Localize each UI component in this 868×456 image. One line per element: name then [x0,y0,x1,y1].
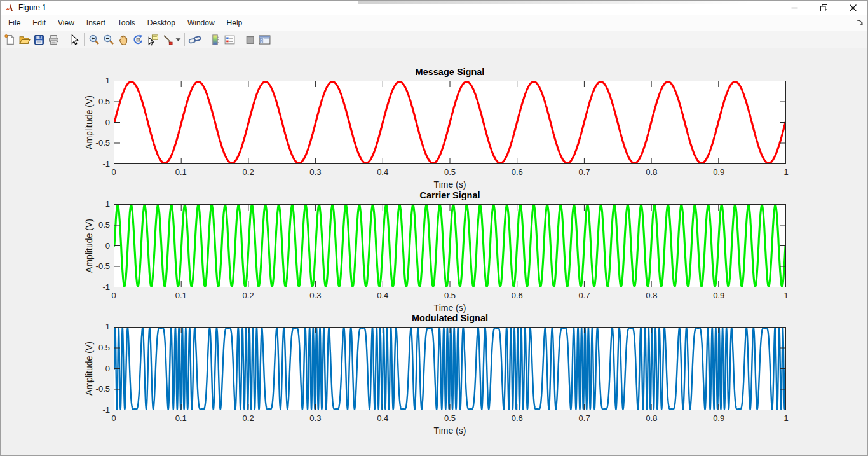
y-tick-label: 1 [72,76,110,86]
window-title: Figure 1 [18,1,46,15]
x-tick-label: 0.1 [159,291,203,300]
subplot-modulated-signal: Modulated Signal Amplitude (V) Time (s) … [1,327,868,410]
minimize-button[interactable] [780,1,809,15]
x-tick-label: 0.2 [226,291,271,300]
x-tick-label: 0.8 [629,167,674,177]
menu-item-window[interactable]: Window [186,17,216,29]
y-tick-label: 0 [72,364,110,374]
x-tick-label: 0.2 [226,413,271,423]
insert-colorbar-button[interactable] [208,32,222,47]
restore-button[interactable] [809,1,838,15]
close-icon [850,4,857,11]
zoom-out-icon [103,34,115,46]
y-tick-label: 0.5 [72,97,110,107]
x-tick-label: 0.7 [562,291,607,300]
x-tick-label: 0.5 [428,291,472,300]
show-plot-tools-dock-icon [258,34,271,46]
hide-plot-tools-button[interactable] [243,32,257,47]
x-tick-label: 0.4 [360,167,405,177]
menu-item-help[interactable]: Help [226,17,244,29]
brush-data-button[interactable] [160,32,175,47]
x-tick-label: 0.3 [293,413,337,423]
menu-item-insert[interactable]: Insert [85,17,107,29]
y-tick-label: 0.5 [72,220,110,230]
brush-dropdown-icon [175,37,181,43]
insert-legend-icon [224,34,236,46]
x-tick-label: 1 [764,291,808,300]
x-tick-label: 0.7 [562,413,607,423]
save-figure-button[interactable] [32,32,46,47]
y-tick-label: 0.5 [72,343,110,353]
zoom-out-button[interactable] [102,32,116,47]
plot-title: Modulated Signal [114,313,786,326]
pan-icon [118,34,130,46]
link-plot-button[interactable] [187,32,202,47]
screen-edge-shadow [358,1,752,4]
menu-item-file[interactable]: File [7,17,22,29]
brush-data-icon [161,34,173,46]
x-axis-label: Time (s) [114,179,786,190]
edit-plot-button[interactable] [67,32,81,47]
insert-legend-button[interactable] [222,32,237,47]
data-cursor-button[interactable] [146,32,160,47]
message-signal-plot[interactable] [114,81,786,164]
y-tick-label: -1 [72,282,110,293]
save-figure-icon [33,34,45,46]
data-cursor-icon [147,34,159,46]
window-controls [780,1,867,15]
x-tick-label: 0.1 [159,413,203,423]
minimize-icon [791,4,798,11]
x-tick-label: 0.3 [293,291,337,300]
zoom-in-button[interactable] [87,32,102,47]
print-figure-button[interactable] [46,32,61,47]
plot-title: Message Signal [114,67,786,79]
link-plot-icon [188,34,201,46]
new-figure-button[interactable] [3,32,17,47]
insert-colorbar-icon [209,34,221,46]
x-tick-label: 0.6 [495,167,539,177]
x-tick-label: 0.8 [629,291,674,300]
open-file-button[interactable] [17,32,32,47]
toolbar-separator [84,33,85,46]
x-tick-label: 0.9 [696,413,741,423]
x-tick-label: 0.8 [629,413,674,423]
menu-item-edit[interactable]: Edit [31,17,47,29]
y-tick-label: -1 [72,405,110,415]
toolbar-separator [205,33,205,46]
modulated-signal-plot[interactable] [114,327,786,410]
x-tick-label: 0.1 [159,167,203,177]
close-button[interactable] [838,1,867,15]
edit-plot-icon [68,34,80,46]
x-tick-label: 0.7 [562,167,607,177]
toolbar-separator [240,33,240,46]
y-tick-label: -0.5 [72,261,110,272]
figure-toolbar [1,31,868,48]
zoom-in-icon [88,34,100,46]
menu-item-tools[interactable]: Tools [116,17,137,29]
rotate-3d-button[interactable] [131,32,146,47]
plot-title: Carrier Signal [114,190,786,203]
menu-bar: FileEditViewInsertToolsDesktopWindowHelp [1,15,867,31]
pan-button[interactable] [116,32,131,47]
x-tick-label: 0.9 [696,167,741,177]
x-tick-label: 0.5 [428,167,472,177]
open-file-icon [18,34,31,46]
matlab-logo-icon [5,3,15,13]
y-tick-label: 0 [72,118,110,128]
dock-figure-icon[interactable] [857,19,864,26]
figure-window: Figure 1 FileEditViewInse [0,0,868,456]
y-tick-label: 1 [72,322,110,332]
y-tick-label: -0.5 [72,384,110,394]
menu-item-view[interactable]: View [57,17,76,29]
x-axis-label: Time (s) [114,425,786,436]
rotate-3d-icon [132,34,144,46]
brush-dropdown-button[interactable] [175,32,182,47]
x-tick-label: 0.4 [360,291,405,300]
x-tick-label: 0.6 [495,413,539,423]
window-titlebar: Figure 1 [1,1,867,15]
x-tick-label: 0.9 [696,291,741,300]
show-plot-tools-dock-button[interactable] [257,32,272,47]
y-tick-label: -0.5 [72,138,110,148]
carrier-signal-plot[interactable] [114,204,786,287]
menu-item-desktop[interactable]: Desktop [146,17,177,29]
